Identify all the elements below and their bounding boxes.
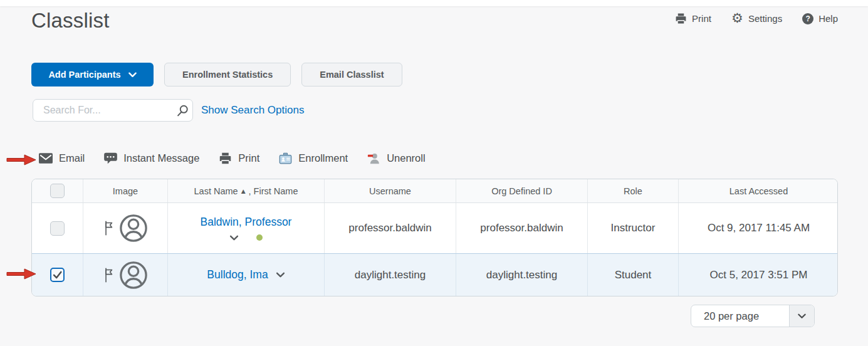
avatar-icon[interactable] — [119, 214, 148, 243]
row-2-checkbox[interactable] — [50, 268, 65, 282]
enrollment-action[interactable]: Enrollment — [278, 151, 348, 165]
help-icon: ? — [802, 13, 813, 24]
unenroll-action-label: Unenroll — [387, 152, 425, 164]
row-1-name-link[interactable]: Baldwin, Professor — [201, 216, 292, 229]
flag-icon[interactable] — [103, 267, 115, 283]
row-1-checkbox[interactable] — [50, 221, 65, 236]
per-page-value: 20 per page — [691, 310, 789, 322]
printer-icon — [218, 151, 232, 165]
sort-ascending-icon: ▲ — [241, 188, 246, 194]
settings-button[interactable]: ⚙ Settings — [731, 13, 782, 24]
header-image[interactable]: Image — [83, 179, 168, 202]
instant-message-action[interactable]: Instant Message — [103, 151, 199, 165]
header-last-name: Last Name — [194, 186, 238, 196]
flag-icon[interactable] — [103, 220, 115, 236]
enrollment-action-label: Enrollment — [298, 152, 348, 164]
header-last-accessed[interactable]: Last Accessed — [679, 179, 838, 202]
row-1-image-cell — [83, 203, 168, 253]
instant-message-icon — [103, 151, 117, 165]
header-first-name: , First Name — [249, 186, 298, 196]
table-header-row: Image Last Name ▲ , First Name Username … — [32, 179, 837, 203]
header-name[interactable]: Last Name ▲ , First Name — [168, 179, 325, 202]
chevron-down-icon — [128, 72, 137, 78]
row-2-username: daylight.testing — [325, 254, 456, 296]
gear-icon: ⚙ — [731, 13, 743, 24]
row-2-name-link[interactable]: Bulldog, Ima — [207, 268, 268, 281]
row-2-last-accessed: Oct 5, 2017 3:51 PM — [679, 254, 838, 296]
table-row: Baldwin, Professor professor.baldwin pro… — [32, 203, 837, 253]
row-1-org-defined-id: professor.baldwin — [456, 203, 588, 253]
per-page-toggle[interactable] — [789, 305, 814, 327]
select-all-checkbox[interactable] — [50, 184, 65, 198]
email-classlist-button[interactable]: Email Classlist — [301, 63, 402, 86]
search-icon — [176, 104, 189, 117]
classlist-table: Image Last Name ▲ , First Name Username … — [31, 179, 838, 296]
show-search-options-link[interactable]: Show Search Options — [201, 104, 304, 117]
row-2-org-defined-id: daylight.testing — [456, 254, 588, 296]
print-action[interactable]: Print — [218, 151, 259, 165]
enrollment-icon — [278, 151, 292, 165]
bulk-actions-bar: Email Instant Message Print Enrollment U… — [39, 151, 426, 165]
header-select-all — [32, 179, 83, 202]
annotation-arrow-email — [5, 152, 38, 167]
enrollment-statistics-button[interactable]: Enrollment Statistics — [164, 63, 291, 86]
row-1-name-cell: Baldwin, Professor — [168, 203, 325, 253]
settings-label: Settings — [748, 13, 782, 24]
row-2-name-cell: Bulldog, Ima — [168, 254, 325, 296]
row-1-last-accessed: Oct 9, 2017 11:45 AM — [679, 203, 838, 253]
top-strip — [0, 0, 868, 6]
search-button[interactable] — [173, 100, 192, 121]
row-1-role: Instructor — [588, 203, 679, 253]
per-page-select[interactable]: 20 per page — [691, 305, 815, 327]
print-label: Print — [692, 13, 711, 24]
print-action-label: Print — [238, 152, 259, 164]
chevron-down-icon[interactable] — [229, 235, 239, 241]
row-1-username: professor.baldwin — [325, 203, 456, 253]
header-username[interactable]: Username — [325, 179, 456, 202]
help-button[interactable]: ? Help — [802, 13, 838, 24]
row-2-select-cell — [32, 254, 83, 296]
chevron-down-icon[interactable] — [276, 272, 285, 278]
email-action-label: Email — [59, 152, 85, 164]
online-status-dot — [256, 234, 263, 241]
chevron-down-icon — [798, 313, 806, 319]
utility-bar: Print ⚙ Settings ? Help — [675, 13, 838, 24]
unenroll-icon — [367, 151, 380, 165]
unenroll-action[interactable]: Unenroll — [367, 151, 425, 165]
help-label: Help — [818, 13, 838, 24]
add-participants-button[interactable]: Add Participants — [31, 63, 154, 86]
search-box — [33, 99, 193, 122]
toolbar: Add Participants Enrollment Statistics E… — [31, 63, 402, 86]
annotation-arrow-checkbox — [5, 266, 38, 281]
search-input[interactable] — [33, 105, 173, 116]
avatar-icon[interactable] — [119, 261, 148, 290]
add-participants-label: Add Participants — [48, 70, 120, 80]
table-row-selected: Bulldog, Ima daylight.testing daylight.t… — [32, 253, 837, 296]
header-org-defined-id[interactable]: Org Defined ID — [456, 179, 588, 202]
email-action[interactable]: Email — [39, 151, 85, 165]
header-role[interactable]: Role — [588, 179, 679, 202]
search-row: Show Search Options — [33, 99, 304, 122]
row-2-image-cell — [83, 254, 168, 296]
row-1-select-cell — [32, 203, 83, 253]
row-2-role: Student — [588, 254, 679, 296]
printer-icon — [675, 13, 687, 24]
print-button[interactable]: Print — [675, 13, 711, 24]
instant-message-action-label: Instant Message — [123, 152, 199, 164]
page-title: Classlist — [31, 9, 110, 33]
email-icon — [39, 151, 53, 165]
